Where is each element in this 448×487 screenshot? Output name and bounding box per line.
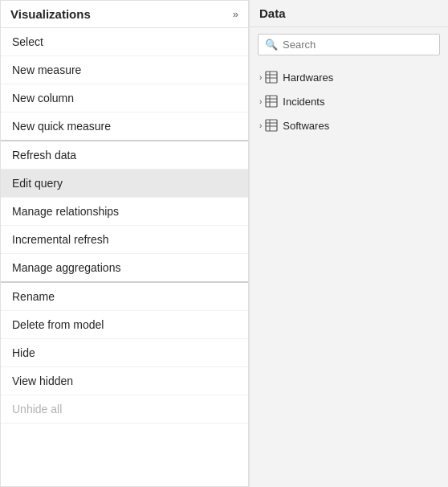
- menu-list: SelectNew measureNew columnNew quick mea…: [1, 28, 248, 486]
- menu-item-edit-query[interactable]: Edit query: [1, 170, 248, 198]
- expand-icon[interactable]: »: [233, 8, 238, 20]
- menu-item-delete-from-model[interactable]: Delete from model: [1, 311, 248, 339]
- chevron-right-icon: ›: [259, 121, 262, 130]
- data-item-hardwares[interactable]: › Hardwares: [250, 65, 448, 89]
- menu-item-rename[interactable]: Rename: [1, 283, 248, 311]
- panel-header: Visualizations »: [1, 1, 248, 28]
- data-item-softwares[interactable]: › Softwares: [250, 113, 448, 137]
- menu-item-hide[interactable]: Hide: [1, 339, 248, 367]
- data-list: › Hardwares› Incidents› Softwares: [250, 62, 448, 141]
- search-box[interactable]: 🔍: [258, 34, 440, 55]
- table-icon: [265, 71, 278, 84]
- search-input[interactable]: [283, 39, 433, 51]
- svg-rect-4: [266, 96, 277, 107]
- panel-title: Visualizations: [10, 7, 91, 21]
- table-icon: [265, 95, 278, 108]
- menu-item-view-hidden[interactable]: View hidden: [1, 367, 248, 395]
- table-icon: [265, 119, 278, 132]
- menu-item-refresh-data[interactable]: Refresh data: [1, 141, 248, 170]
- visualizations-menu: Visualizations » SelectNew measureNew co…: [0, 0, 249, 487]
- data-item-label-hardwares: Hardwares: [283, 72, 333, 84]
- data-item-label-softwares: Softwares: [283, 120, 329, 132]
- menu-item-new-column[interactable]: New column: [1, 84, 248, 113]
- chevron-right-icon: ›: [259, 73, 262, 82]
- menu-item-new-measure[interactable]: New measure: [1, 56, 248, 84]
- menu-item-new-quick-measure[interactable]: New quick measure: [1, 113, 248, 141]
- menu-item-incremental-refresh[interactable]: Incremental refresh: [1, 226, 248, 254]
- data-panel-title: Data: [250, 0, 448, 27]
- data-panel: Data 🔍 › Hardwares› Incidents› Softwares: [249, 0, 448, 487]
- data-item-label-incidents: Incidents: [283, 96, 324, 108]
- menu-item-unhide-all: Unhide all: [1, 395, 248, 424]
- chevron-right-icon: ›: [259, 97, 262, 106]
- menu-item-select[interactable]: Select: [1, 28, 248, 56]
- menu-item-manage-relationships[interactable]: Manage relationships: [1, 198, 248, 226]
- search-icon: 🔍: [265, 39, 278, 51]
- svg-rect-8: [266, 120, 277, 131]
- menu-item-manage-aggregations[interactable]: Manage aggregations: [1, 254, 248, 283]
- data-item-incidents[interactable]: › Incidents: [250, 89, 448, 113]
- svg-rect-0: [266, 72, 277, 83]
